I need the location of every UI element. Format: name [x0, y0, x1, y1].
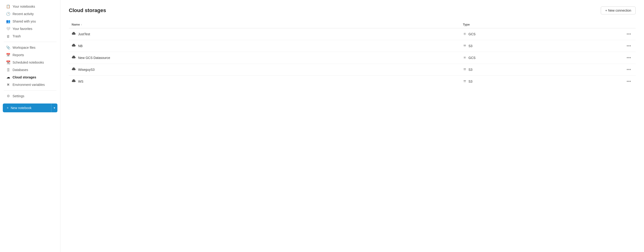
svg-rect-5 — [464, 81, 466, 81]
sidebar-item-databases[interactable]: 🗄 Databases — [2, 66, 59, 74]
type-label-justtest: GCS — [468, 32, 476, 36]
storage-name-new-gcs-datasource: New GCS Datasource — [78, 56, 110, 60]
table-row: WiseguyS3 S3 ••• — [69, 64, 636, 76]
cell-actions-justtest: ••• — [622, 28, 636, 40]
new-notebook-button[interactable]: ＋ New notebook — [3, 104, 51, 112]
sidebar-label-trash: Trash — [12, 34, 21, 38]
cell-actions-ws: ••• — [622, 76, 636, 88]
sidebar-label-shared-with-you: Shared with you — [12, 19, 36, 23]
storage-name-wiseguys3: WiseguyS3 — [78, 68, 94, 71]
sidebar-label-your-notebooks: Your notebooks — [12, 5, 35, 8]
storage-name-nb: NB — [78, 44, 82, 48]
reports-icon: 📅 — [6, 53, 10, 57]
cloud-storages-icon: ☁ — [6, 75, 10, 79]
new-connection-button[interactable]: + New connection — [601, 6, 636, 14]
new-notebook-label: New notebook — [11, 106, 32, 110]
cell-type-ws: S3 — [460, 76, 622, 88]
table-row: NB S3 ••• — [69, 40, 636, 52]
sidebar-label-workspace-files: Workspace files — [12, 46, 36, 49]
recent-activity-icon: 🕐 — [6, 12, 10, 16]
table-row: WS S3 ••• — [69, 76, 636, 88]
type-label-wiseguys3: S3 — [468, 68, 472, 71]
main-header: Cloud storages + New connection — [69, 6, 636, 14]
cloud-icon-wiseguys3 — [72, 67, 76, 72]
cloud-icon-nb — [72, 43, 76, 48]
cloud-icon-justtest — [72, 31, 76, 37]
cell-name-ws: WS — [69, 76, 460, 88]
table-row: New GCS Datasource GCS ••• — [69, 52, 636, 64]
cell-name-wiseguys3: WiseguyS3 — [69, 64, 460, 76]
svg-rect-4 — [464, 80, 466, 82]
your-notebooks-icon: 📋 — [6, 4, 10, 8]
svg-rect-1 — [464, 45, 466, 45]
svg-rect-3 — [464, 69, 466, 69]
cell-type-justtest: GCS — [460, 28, 622, 40]
type-icon-justtest — [463, 32, 466, 36]
table-header-row: Name ↑ Type — [69, 21, 636, 28]
main-content: Cloud storages + New connection Name ↑ T… — [60, 0, 644, 252]
workspace-files-icon: 📎 — [6, 45, 10, 50]
environment-variables-icon: ✖ — [6, 83, 10, 87]
type-icon-new-gcs-datasource — [463, 56, 466, 60]
row-menu-wiseguys3[interactable]: ••• — [625, 66, 633, 73]
type-icon-wiseguys3 — [463, 68, 466, 72]
sidebar-item-shared-with-you[interactable]: 👥 Shared with you — [2, 18, 59, 25]
sidebar-item-settings[interactable]: ⚙ Settings — [2, 92, 59, 100]
svg-rect-2 — [464, 68, 466, 71]
shared-with-you-icon: 👥 — [6, 19, 10, 23]
scheduled-notebooks-icon: 📆 — [6, 60, 10, 65]
sidebar-label-reports: Reports — [12, 53, 24, 57]
cell-actions-nb: ••• — [622, 40, 636, 52]
row-menu-nb[interactable]: ••• — [625, 43, 633, 49]
cloud-icon-ws — [72, 79, 76, 84]
cloud-icon-new-gcs-datasource — [72, 55, 76, 60]
type-label-ws: S3 — [468, 80, 472, 83]
cell-type-wiseguys3: S3 — [460, 64, 622, 76]
column-header-name: Name ↑ — [69, 21, 460, 28]
new-notebook-wrapper: ＋ New notebook ▾ — [3, 104, 58, 112]
cell-name-justtest: JustTest — [69, 28, 460, 40]
sidebar: 📋 Your notebooks 🕐 Recent activity 👥 Sha… — [0, 0, 60, 252]
svg-rect-0 — [464, 45, 466, 47]
sidebar-label-your-favorites: Your favorites — [12, 27, 32, 31]
cell-actions-new-gcs-datasource: ••• — [622, 52, 636, 64]
row-menu-new-gcs-datasource[interactable]: ••• — [625, 55, 633, 61]
settings-icon: ⚙ — [6, 94, 10, 98]
storage-name-justtest: JustTest — [78, 32, 90, 36]
row-menu-ws[interactable]: ••• — [625, 78, 633, 85]
sidebar-item-reports[interactable]: 📅 Reports — [2, 51, 59, 59]
sidebar-label-settings: Settings — [12, 94, 24, 98]
cell-actions-wiseguys3: ••• — [622, 64, 636, 76]
sidebar-label-databases: Databases — [12, 68, 28, 72]
plus-icon: ＋ — [6, 106, 9, 110]
cell-name-new-gcs-datasource: New GCS Datasource — [69, 52, 460, 64]
row-menu-justtest[interactable]: ••• — [625, 31, 633, 37]
databases-icon: 🗄 — [6, 68, 10, 72]
cloud-storages-table: Name ↑ Type JustTest GCS — [69, 21, 636, 87]
sidebar-label-environment-variables: Environment variables — [12, 83, 45, 87]
sidebar-divider-1 — [4, 42, 56, 42]
sidebar-item-trash[interactable]: 🗑 Trash — [2, 32, 59, 40]
table-row: JustTest GCS ••• — [69, 28, 636, 40]
sidebar-label-scheduled-notebooks: Scheduled notebooks — [12, 61, 44, 64]
sidebar-label-recent-activity: Recent activity — [12, 12, 34, 16]
sidebar-item-your-notebooks[interactable]: 📋 Your notebooks — [2, 3, 59, 10]
new-notebook-dropdown-button[interactable]: ▾ — [51, 104, 58, 112]
cell-type-nb: S3 — [460, 40, 622, 52]
sidebar-item-your-favorites[interactable]: 🤍 Your favorites — [2, 25, 59, 32]
cell-type-new-gcs-datasource: GCS — [460, 52, 622, 64]
storage-name-ws: WS — [78, 80, 84, 83]
sidebar-item-cloud-storages[interactable]: ☁ Cloud storages — [2, 74, 59, 81]
type-label-nb: S3 — [468, 44, 472, 48]
type-icon-nb — [463, 44, 466, 48]
type-icon-ws — [463, 79, 466, 84]
trash-icon: 🗑 — [6, 34, 10, 38]
sidebar-item-scheduled-notebooks[interactable]: 📆 Scheduled notebooks — [2, 59, 59, 66]
page-title: Cloud storages — [69, 7, 106, 13]
sidebar-item-environment-variables[interactable]: ✖ Environment variables — [2, 81, 59, 88]
cell-name-nb: NB — [69, 40, 460, 52]
sidebar-item-recent-activity[interactable]: 🕐 Recent activity — [2, 10, 59, 18]
your-favorites-icon: 🤍 — [6, 27, 10, 31]
sidebar-item-workspace-files[interactable]: 📎 Workspace files — [2, 44, 59, 51]
sidebar-divider-2 — [4, 90, 56, 91]
